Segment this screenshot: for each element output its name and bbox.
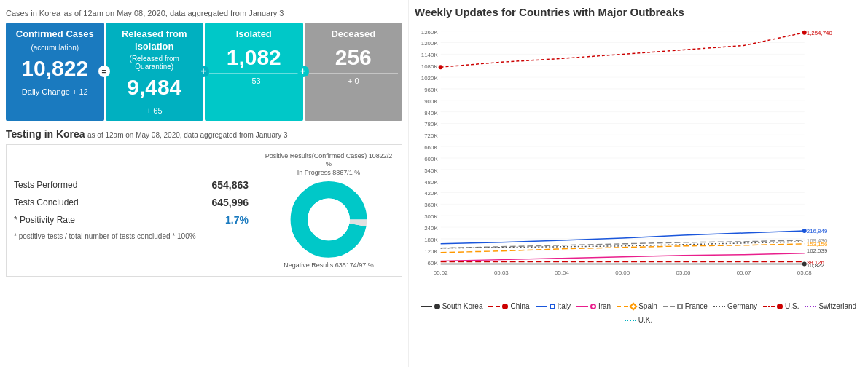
svg-text:1140K: 1140K [421, 52, 439, 58]
right-panel: Weekly Updates for Countries with Major … [408, 0, 868, 367]
chart-title: Weekly Updates for Countries with Major … [415, 6, 862, 18]
legend-italy: Italy [536, 302, 571, 310]
tests-performed-row: Tests Performed 654,863 [14, 179, 249, 191]
plus-sign-2: + [297, 66, 309, 77]
testing-content: Tests Performed 654,863 Tests Concluded … [14, 152, 394, 269]
released-subtitle: (Released from Quarantine) [110, 55, 200, 71]
legend-germany: Germany [713, 302, 757, 310]
isolated-daily: - 53 [209, 73, 299, 85]
svg-text:162,539: 162,539 [807, 248, 828, 254]
svg-text:1080K: 1080K [421, 63, 439, 70]
svg-text:240K: 240K [424, 225, 438, 232]
testing-title: Testing in Korea [6, 128, 85, 140]
testing-section: Tests Performed 654,863 Tests Concluded … [6, 144, 402, 277]
confirmed-accum: (accumulation) [10, 44, 100, 52]
swiss-legend-line [805, 306, 816, 307]
china-legend-dot [502, 304, 508, 309]
svg-text:05.04: 05.04 [555, 269, 569, 276]
svg-text:120K: 120K [424, 248, 438, 255]
svg-text:900K: 900K [424, 98, 438, 105]
svg-text:840K: 840K [424, 110, 438, 117]
chart-area: 1260K 1200K 1140K 1080K 1020K 960K 900K … [415, 23, 862, 299]
svg-text:05.03: 05.03 [494, 269, 509, 276]
italy-legend-line [536, 306, 547, 307]
svg-text:780K: 780K [424, 121, 438, 127]
svg-text:180K: 180K [424, 237, 438, 243]
svg-text:1260K: 1260K [421, 29, 439, 36]
positivity-value: 1.7% [225, 214, 249, 226]
germany-legend-line [713, 306, 725, 307]
released-daily: + 65 [110, 103, 200, 115]
plus-sign-1: + [198, 66, 209, 77]
iran-legend-label: Iran [598, 302, 611, 310]
line-chart-svg: 1260K 1200K 1140K 1080K 1020K 960K 900K … [415, 23, 862, 292]
cases-subtitle: as of 12am on May 08, 2020, data aggrega… [63, 9, 284, 17]
svg-text:420K: 420K [424, 190, 438, 197]
isolated-box: Isolated 1,082 - 53 + [205, 23, 303, 121]
daily-value: + 12 [72, 87, 88, 96]
spain-legend-line [617, 306, 628, 307]
france-legend-line [663, 306, 675, 307]
positivity-label: * Positivity Rate [14, 215, 75, 225]
us-dot-start [439, 65, 443, 69]
isolated-number: 1,082 [209, 45, 299, 70]
svg-text:540K: 540K [424, 167, 438, 174]
china-legend-label: China [510, 302, 529, 310]
donut-label-top: Positive Results(Confirmed Cases) 10822/… [263, 152, 394, 178]
donut-chart: Positive Results(Confirmed Cases) 10822/… [263, 152, 394, 269]
cases-korea-title: Cases in Korea as of 12am on May 08, 202… [6, 6, 402, 18]
left-panel: Cases in Korea as of 12am on May 08, 202… [0, 0, 408, 367]
svg-text:05.06: 05.06 [676, 269, 691, 276]
france-legend-label: France [685, 302, 708, 310]
svg-text:05.08: 05.08 [797, 269, 812, 276]
legend-us: U.S. [763, 302, 799, 310]
spain-legend-label: Spain [638, 302, 657, 310]
equals-sign: = [98, 66, 110, 77]
iran-legend-line [576, 306, 588, 307]
released-box: Released from isolation (Released from Q… [106, 23, 204, 121]
chart-legend: South Korea China Italy Iran Spain [415, 302, 862, 324]
svg-point-2 [308, 198, 350, 240]
stats-row: Confirmed Cases (accumulation) 10,822 Da… [6, 23, 402, 121]
svg-text:960K: 960K [424, 87, 438, 93]
deceased-box: Deceased 256 + 0 [305, 23, 403, 121]
us-legend-line [763, 306, 775, 307]
korea-legend-line [421, 306, 432, 307]
donut-label-bottom: Negative Results 635174/97 % [284, 261, 374, 269]
deceased-number: 256 [309, 45, 399, 70]
italy-legend-marker [550, 304, 555, 309]
legend-uk: U.K. [625, 316, 652, 324]
svg-text:480K: 480K [424, 179, 438, 186]
korea-legend-dot [434, 304, 440, 309]
korea-legend-label: South Korea [442, 302, 483, 310]
svg-text:216,849: 216,849 [807, 228, 828, 234]
iran-line [441, 253, 805, 261]
germany-legend-label: Germany [727, 302, 757, 310]
released-number: 9,484 [110, 75, 200, 100]
confirmed-daily: Daily Change + 12 [10, 84, 100, 96]
testing-stats: Tests Performed 654,863 Tests Concluded … [14, 179, 249, 242]
svg-text:1020K: 1020K [421, 75, 439, 82]
spain-line [441, 244, 805, 253]
legend-china: China [488, 302, 529, 310]
svg-text:05.07: 05.07 [737, 269, 751, 276]
tests-concluded-label: Tests Concluded [14, 197, 79, 208]
confirmed-box: Confirmed Cases (accumulation) 10,822 Da… [6, 23, 104, 121]
testing-note: * postitive tests / total number of test… [14, 232, 249, 242]
uk-legend-line [625, 320, 636, 321]
svg-text:60K: 60K [428, 260, 439, 267]
svg-text:05.05: 05.05 [615, 269, 630, 276]
iran-legend-dot [590, 304, 596, 309]
italy-line [441, 231, 805, 244]
svg-text:10,822: 10,822 [807, 262, 824, 269]
positivity-row: * Positivity Rate 1.7% [14, 214, 249, 226]
tests-concluded-value: 645,996 [211, 197, 249, 208]
svg-text:720K: 720K [424, 133, 438, 139]
legend-france: France [663, 302, 708, 310]
released-title: Released from isolation [110, 28, 200, 53]
spain-legend-marker [630, 302, 638, 310]
legend-korea: South Korea [421, 302, 483, 310]
tests-performed-label: Tests Performed [14, 180, 77, 190]
us-line [441, 33, 805, 68]
svg-text:600K: 600K [424, 156, 438, 162]
